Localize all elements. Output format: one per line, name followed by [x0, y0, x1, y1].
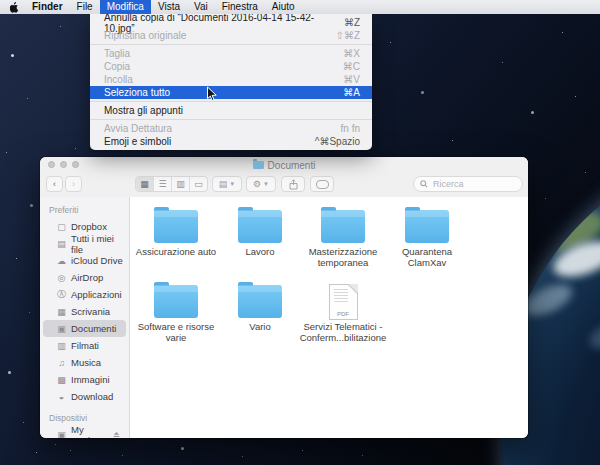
file-masterizzazione-temporanea[interactable]: Masterizzazione temporanea: [301, 208, 385, 282]
menu-item-label: Avvia Dettatura: [104, 123, 172, 134]
menu-item-label: Taglia: [104, 48, 130, 59]
cloud-icon: ☁: [55, 256, 68, 266]
all-files-icon: ▤: [55, 239, 68, 249]
file-label: Software e risorse varie: [130, 321, 222, 343]
menubar-item-modifica[interactable]: Modifica: [100, 0, 151, 14]
coverflow-view-button[interactable]: ▭: [190, 177, 207, 191]
file-browser-content[interactable]: Assicurazione auto Lavoro Masterizzazion…: [130, 197, 528, 438]
forward-button[interactable]: ›: [65, 176, 82, 192]
window-titlebar[interactable]: Documenti: [40, 157, 528, 173]
sidebar-header-preferiti: Preferiti: [49, 205, 129, 215]
search-input[interactable]: [431, 178, 521, 190]
menu-item-emoji-e-simboli[interactable]: Emoji e simboli ^⌘Spazio: [90, 135, 372, 148]
close-button[interactable]: [48, 161, 55, 168]
search-icon: [420, 180, 428, 188]
file-label: Lavoro: [214, 246, 306, 257]
file-label-line: Masterizzazione: [297, 246, 389, 257]
menu-item-label: Incolla: [104, 74, 133, 85]
page-corner: [349, 284, 358, 293]
eject-icon[interactable]: [113, 431, 120, 438]
sidebar-item-tutti-i-miei-file[interactable]: ▤ Tutti i miei file: [43, 235, 126, 252]
menubar-item-finestra[interactable]: Finestra: [215, 0, 265, 14]
share-button[interactable]: [281, 176, 305, 192]
dropbox-icon: ▢: [55, 222, 68, 232]
window-toolbar: ‹ › ▦ ☰ ▥ ▭ ▤▼ ⚙▼: [40, 173, 528, 198]
menubar-item-vista[interactable]: Vista: [151, 0, 187, 14]
applications-icon: Ⓐ: [55, 288, 68, 301]
sidebar-item-label: Dropbox: [71, 221, 107, 232]
column-view-icon: ▥: [176, 179, 185, 189]
tags-button[interactable]: [310, 176, 334, 192]
file-servizi-telematici-pdf[interactable]: PDF Servizi Telematici - Conferm...bilit…: [301, 283, 385, 357]
chevron-down-icon: ▼: [263, 181, 269, 187]
menubar-item-vai[interactable]: Vai: [187, 0, 215, 14]
file-software-e-risorse-varie[interactable]: Software e risorse varie: [134, 283, 218, 357]
file-label: Servizi Telematici - Conferm...bilitazio…: [297, 321, 389, 343]
sidebar-item-my-book[interactable]: ▣ My Book...: [43, 426, 126, 438]
icon-view-button[interactable]: ▦: [136, 177, 154, 191]
file-vario[interactable]: Vario: [218, 283, 302, 357]
finder-window: Documenti ‹ › ▦ ☰ ▥ ▭ ▤▼ ⚙▼: [40, 157, 528, 438]
minimize-button[interactable]: [60, 161, 67, 168]
menu-item-shortcut: ⇧⌘Z: [336, 30, 361, 41]
edit-menu-dropdown: Annulla copia di “Documenti 2016-04-14 1…: [90, 14, 372, 150]
list-view-button[interactable]: ☰: [154, 177, 172, 191]
folder-icon: [154, 285, 198, 318]
menu-item-shortcut: ⌘X: [343, 48, 360, 59]
sidebar-item-scrivania[interactable]: ▦ Scrivania: [43, 303, 126, 320]
tag-icon: [316, 180, 329, 189]
zoom-button[interactable]: [72, 161, 79, 168]
menu-item-shortcut: fn fn: [341, 123, 360, 134]
apple-menu-icon[interactable]: [10, 2, 19, 13]
downloads-icon: ◒: [55, 392, 68, 402]
sidebar-item-immagini[interactable]: ▩ Immagini: [43, 371, 126, 388]
sidebar-item-musica[interactable]: ♫ Musica: [43, 354, 126, 371]
menu-item-annulla-copia[interactable]: Annulla copia di “Documenti 2016-04-14 1…: [90, 16, 372, 29]
file-assicurazione-auto[interactable]: Assicurazione auto: [134, 208, 218, 282]
menu-item-taglia: Taglia ⌘X: [90, 47, 372, 60]
menu-bar: Finder File Modifica Vista Vai Finestra …: [0, 0, 600, 14]
sidebar: Preferiti ▢ Dropbox ▤ Tutti i miei file …: [40, 197, 130, 438]
menubar-item-aiuto[interactable]: Aiuto: [265, 0, 302, 14]
file-lavoro[interactable]: Lavoro: [218, 208, 302, 282]
column-view-button[interactable]: ▥: [172, 177, 190, 191]
file-label: Masterizzazione temporanea: [297, 246, 389, 268]
arrange-button[interactable]: ▤▼: [212, 176, 242, 192]
back-button[interactable]: ‹: [46, 176, 63, 192]
menu-item-label: Emoji e simboli: [104, 136, 171, 147]
file-label-line: Software e risorse: [130, 321, 222, 332]
sidebar-item-filmati[interactable]: ▥ Filmati: [43, 337, 126, 354]
file-quarantena-clamxav[interactable]: Quarantena ClamXav: [385, 208, 469, 282]
file-label: Assicurazione auto: [130, 246, 222, 257]
menubar-item-finder[interactable]: Finder: [25, 0, 70, 14]
music-icon: ♫: [55, 358, 68, 368]
desktop: Finder File Modifica Vista Vai Finestra …: [0, 0, 600, 465]
sidebar-header-dispositivi: Dispositivi: [49, 413, 129, 423]
sidebar-item-label: Download: [71, 391, 113, 402]
search-field[interactable]: [413, 176, 523, 192]
menu-item-copia: Copia ⌘C: [90, 60, 372, 73]
titlebar-folder-icon: [253, 161, 264, 169]
sidebar-item-documenti[interactable]: ▣ Documenti: [43, 320, 126, 337]
movies-icon: ▥: [55, 341, 68, 351]
pdf-badge: PDF: [330, 311, 357, 317]
menu-item-avvia-dettatura: Avvia Dettatura fn fn: [90, 122, 372, 135]
action-button[interactable]: ⚙▼: [246, 176, 276, 192]
menu-item-mostra-gli-appunti[interactable]: Mostra gli appunti: [90, 104, 372, 117]
sidebar-item-airdrop[interactable]: ◎ AirDrop: [43, 269, 126, 286]
sidebar-item-applicazioni[interactable]: Ⓐ Applicazioni: [43, 286, 126, 303]
file-label-line: temporanea: [297, 257, 389, 268]
sidebar-item-label: My Book...: [71, 424, 113, 439]
folder-icon: [321, 210, 365, 243]
list-view-icon: ☰: [158, 179, 166, 189]
menu-item-seleziona-tutto[interactable]: Seleziona tutto ⌘A: [90, 86, 372, 99]
chevron-down-icon: ▼: [229, 181, 235, 187]
menu-item-label: Seleziona tutto: [104, 87, 170, 98]
sidebar-item-download[interactable]: ◒ Download: [43, 388, 126, 405]
menubar-item-file[interactable]: File: [70, 0, 100, 14]
sidebar-item-icloud-drive[interactable]: ☁ iCloud Drive: [43, 252, 126, 269]
folder-icon: [405, 210, 449, 243]
arrange-icon: ▤: [219, 179, 228, 189]
pdf-file-icon: PDF: [329, 284, 358, 320]
coverflow-view-icon: ▭: [194, 179, 203, 189]
